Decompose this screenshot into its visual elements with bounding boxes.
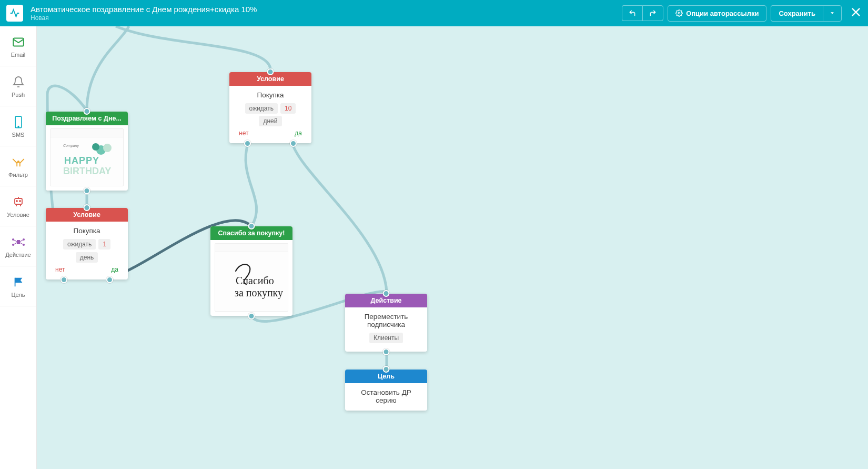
undo-redo-group [622, 5, 663, 21]
svg-line-24 [20, 243, 23, 244]
port-in[interactable] [248, 223, 255, 229]
svg-point-12 [19, 201, 21, 202]
branch-no: нет [55, 266, 65, 273]
svg-text:Company: Company [63, 144, 79, 148]
sidebar-label: Цель [11, 292, 25, 298]
flow-title: Автоматическое поздравление с Днем рожде… [31, 5, 622, 14]
goal-line1: Остановить ДР [350, 388, 422, 396]
svg-point-19 [23, 238, 25, 241]
node-body: Переместить подписчика Клиенты [345, 307, 427, 352]
undo-icon [629, 9, 636, 17]
port-in[interactable] [267, 68, 274, 75]
port-no[interactable] [244, 140, 251, 147]
filter-icon [11, 155, 26, 169]
port-no[interactable] [60, 276, 67, 283]
sidebar-label: Email [11, 52, 26, 58]
svg-rect-16 [17, 240, 20, 244]
canvas[interactable]: Поздравляем с Дне... Company HAPPY BIRTH… [37, 26, 868, 469]
redo-button[interactable] [642, 5, 663, 21]
save-button[interactable]: Сохранить [771, 5, 823, 22]
sidebar-goal[interactable]: Цель [0, 266, 36, 306]
branch-yes: да [295, 129, 302, 137]
sidebar-label: SMS [12, 132, 25, 138]
svg-text:за покупку: за покупку [235, 287, 283, 299]
svg-point-18 [12, 244, 14, 246]
app-logo [6, 5, 23, 22]
close-icon [850, 6, 862, 18]
svg-point-11 [16, 201, 17, 202]
sidebar-label: Действие [5, 252, 31, 258]
node-condition-2[interactable]: Условие Покупка ожидать 10 дней нет да [229, 72, 311, 143]
title-area: Автоматическое поздравление с Днем рожде… [31, 5, 622, 22]
goal-line2: серию [350, 396, 422, 404]
svg-line-22 [14, 243, 17, 244]
save-dropdown-button[interactable] [823, 5, 842, 22]
sidebar-action[interactable]: Действие [0, 226, 36, 266]
sidebar-sms[interactable]: SMS [0, 106, 36, 146]
sidebar: Email Push SMS Фильтр Условие Действие Ц… [0, 26, 37, 469]
sidebar-push[interactable]: Push [0, 66, 36, 106]
node-condition-1[interactable]: Условие Покупка ожидать 1 день нет да [46, 208, 128, 280]
port-yes[interactable] [106, 276, 113, 283]
sidebar-filter[interactable]: Фильтр [0, 146, 36, 186]
svg-line-21 [14, 240, 17, 242]
node-email-birthday[interactable]: Поздравляем с Дне... Company HAPPY BIRTH… [46, 112, 128, 191]
node-action[interactable]: Действие Переместить подписчика Клиенты [345, 294, 427, 352]
robot-icon [12, 195, 25, 209]
node-email-thanks[interactable]: Спасибо за покупку! Спасибо за покупку [210, 226, 292, 316]
sidebar-email[interactable]: Email [0, 26, 36, 66]
gear-icon [675, 9, 683, 17]
header: Автоматическое поздравление с Днем рожде… [0, 0, 868, 26]
condition-subject: Покупка [51, 227, 123, 235]
svg-point-6 [18, 126, 19, 127]
svg-point-17 [12, 238, 14, 241]
svg-point-20 [23, 244, 25, 246]
svg-marker-1 [831, 12, 834, 14]
options-label: Опции авторассылки [686, 9, 759, 17]
close-button[interactable] [850, 6, 862, 20]
chevron-down-icon [830, 11, 835, 16]
action-icon [11, 235, 26, 250]
action-line2: подписчика [350, 321, 422, 328]
port-out[interactable] [248, 313, 255, 320]
bell-icon [12, 75, 25, 89]
node-goal[interactable]: Цель Остановить ДР серию [345, 370, 427, 411]
options-button[interactable]: Опции авторассылки [668, 5, 766, 22]
svg-text:BIRTHDAY: BIRTHDAY [63, 166, 111, 176]
node-body: Остановить ДР серию [345, 383, 427, 411]
action-tag: Клиенты [369, 333, 403, 343]
sidebar-label: Push [12, 92, 25, 98]
action-line1: Переместить [350, 313, 422, 321]
port-in[interactable] [383, 366, 390, 373]
header-actions: Опции авторассылки Сохранить [622, 5, 862, 22]
svg-text:Спасибо: Спасибо [236, 275, 274, 286]
undo-button[interactable] [622, 5, 642, 21]
condition-subject: Покупка [235, 91, 306, 99]
wait-amount: 10 [280, 103, 296, 114]
sidebar-condition[interactable]: Условие [0, 186, 36, 226]
port-in[interactable] [84, 108, 90, 115]
branch-no: нет [239, 129, 248, 137]
wait-label: ожидать [245, 103, 278, 114]
email-icon [12, 35, 25, 49]
flow-status: Новая [31, 14, 622, 22]
port-in[interactable] [383, 290, 390, 297]
port-in[interactable] [84, 204, 90, 211]
redo-icon [649, 9, 657, 17]
wait-amount: 1 [98, 239, 110, 250]
wait-unit: дней [259, 116, 281, 126]
port-yes[interactable] [290, 140, 297, 147]
svg-point-28 [103, 144, 112, 152]
branch-yes: да [111, 266, 118, 273]
port-out[interactable] [84, 187, 90, 194]
phone-icon [13, 115, 24, 129]
port-out[interactable] [383, 348, 390, 355]
svg-rect-10 [15, 198, 22, 204]
svg-line-23 [20, 240, 23, 242]
save-group: Сохранить [771, 5, 842, 22]
svg-point-29 [92, 143, 99, 151]
save-label: Сохранить [779, 9, 815, 17]
email-thumbnail: Company HAPPY BIRTHDAY [50, 128, 124, 186]
node-body: Покупка ожидать 10 дней нет да [229, 86, 311, 143]
wait-label: ожидать [63, 239, 96, 250]
